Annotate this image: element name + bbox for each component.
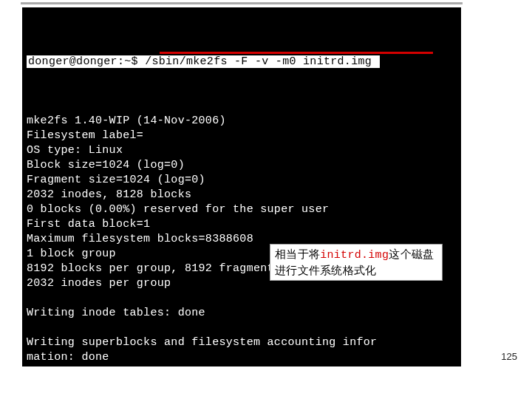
page-number: 125 [501, 351, 517, 362]
typed-command: /sbin/mke2fs -F -v -m0 initrd.img [138, 55, 379, 68]
output-line: 2032 inodes, 8128 blocks [27, 188, 191, 201]
annotation-text-pre: 相当于将 [275, 248, 320, 260]
output-line: mation: done [27, 351, 109, 364]
output-line: 0 blocks (0.00%) reserved for the super … [27, 203, 329, 216]
output-line: 1 block group [27, 248, 116, 260]
highlight-underline [160, 52, 433, 54]
output-line: Filesystem label= [27, 129, 143, 142]
command-line: donger@donger:~$ /sbin/mke2fs -F -v -m0 … [27, 40, 457, 99]
output-line: First data block=1 [27, 218, 150, 231]
output-line: Writing inode tables: done [27, 307, 205, 319]
terminal-window[interactable]: donger@donger:~$ /sbin/mke2fs -F -v -m0 … [21, 6, 463, 368]
output-line: OS type: Linux [27, 144, 123, 157]
shell-prompt: donger@donger:~$ /sbin/mke2fs -F -v -m0 … [27, 55, 380, 68]
window-top-border [21, 2, 463, 4]
prompt-user-host: donger@donger:~$ [28, 55, 138, 68]
output-line: Writing superblocks and filesystem accou… [27, 336, 377, 349]
annotation-filename: initrd.img [320, 249, 389, 262]
output-line: This filesystem will be automatically ch… [27, 381, 377, 393]
output-line: 33 mounts or [27, 395, 116, 399]
annotation-callout: 相当于将initrd.img这个磁盘进行文件系统格式化 [270, 244, 443, 281]
output-line: mke2fs 1.40-WIP (14-Nov-2006) [27, 115, 226, 127]
output-line: Block size=1024 (log=0) [27, 159, 185, 171]
output-line: Maximum filesystem blocks=8388608 [27, 233, 253, 245]
output-line: Fragment size=1024 (log=0) [27, 174, 205, 186]
output-line: 2032 inodes per group [27, 277, 171, 290]
